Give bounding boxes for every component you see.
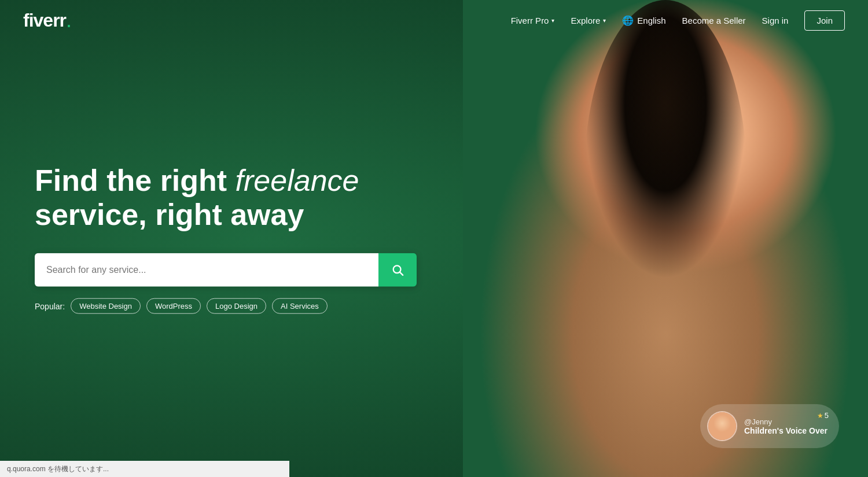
jenny-avatar — [707, 411, 737, 441]
hero-title: Find the right freelance service, right … — [35, 163, 428, 232]
popular-row: Popular: Website Design WordPress Logo D… — [35, 298, 428, 314]
sign-in-label: Sign in — [762, 16, 789, 25]
jenny-card: @Jenny Children's Voice Over ★ 5 — [700, 404, 839, 448]
navbar: fiverr. Fiverr Pro ▾ Explore ▾ 🌐 English… — [0, 0, 868, 40]
language-link[interactable]: 🌐 English — [622, 15, 665, 26]
status-text: q.quora.com を待機しています... — [7, 464, 109, 474]
popular-tag-logo-design[interactable]: Logo Design — [207, 298, 266, 314]
globe-icon: 🌐 — [622, 15, 634, 26]
hero-title-main: Find the right — [35, 163, 236, 197]
become-seller-link[interactable]: Become a Seller — [682, 16, 746, 25]
jenny-rating-value: 5 — [825, 411, 829, 420]
jenny-rating: ★ 5 — [817, 411, 829, 420]
logo-dot: . — [66, 10, 72, 31]
jenny-username: @Jenny — [744, 417, 827, 426]
search-icon — [391, 264, 404, 276]
hero-content: Find the right freelance service, right … — [35, 163, 428, 314]
popular-tag-ai-services[interactable]: AI Services — [272, 298, 328, 314]
hero-title-end: service, right away — [35, 198, 304, 231]
popular-tag-wordpress[interactable]: WordPress — [146, 298, 201, 314]
popular-label: Popular: — [35, 301, 65, 310]
search-container — [35, 253, 417, 287]
explore-link[interactable]: Explore ▾ — [571, 16, 606, 25]
hero-title-italic: freelance — [236, 163, 359, 197]
fiverr-pro-label: Fiverr Pro — [511, 16, 549, 25]
become-seller-label: Become a Seller — [682, 16, 746, 25]
star-icon: ★ — [817, 412, 823, 420]
jenny-service: Children's Voice Over — [744, 426, 827, 435]
jenny-info: @Jenny Children's Voice Over — [744, 417, 827, 435]
join-button[interactable]: Join — [804, 10, 845, 31]
jenny-avatar-image — [708, 412, 736, 440]
search-button[interactable] — [378, 253, 417, 287]
fiverr-pro-chevron-icon: ▾ — [551, 17, 554, 24]
hero-section: fiverr. Fiverr Pro ▾ Explore ▾ 🌐 English… — [0, 0, 868, 477]
sign-in-link[interactable]: Sign in — [762, 16, 789, 25]
status-bar: q.quora.com を待機しています... — [0, 461, 289, 477]
fiverr-pro-link[interactable]: Fiverr Pro ▾ — [511, 16, 555, 25]
search-input[interactable] — [35, 253, 378, 287]
explore-chevron-icon: ▾ — [603, 17, 606, 24]
svg-line-1 — [400, 272, 403, 275]
logo-text: fiverr — [23, 10, 66, 31]
explore-label: Explore — [571, 16, 600, 25]
language-label: English — [637, 16, 665, 25]
nav-right: Fiverr Pro ▾ Explore ▾ 🌐 English Become … — [511, 10, 845, 31]
logo[interactable]: fiverr. — [23, 10, 72, 31]
popular-tag-website-design[interactable]: Website Design — [71, 298, 141, 314]
